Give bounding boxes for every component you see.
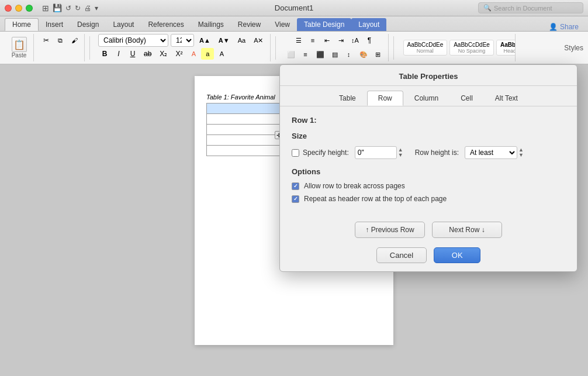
show-paragraph-button[interactable]: ¶ bbox=[363, 34, 376, 47]
paste-button[interactable]: 📋 Paste bbox=[9, 36, 29, 60]
underline-button[interactable]: U bbox=[126, 48, 139, 60]
text-color-button[interactable]: A bbox=[215, 48, 228, 60]
cut-button[interactable]: ✂ bbox=[40, 34, 53, 47]
copy-button[interactable]: ⧉ bbox=[54, 34, 67, 47]
style-no-spacing[interactable]: AaBbCcDdEe No Spacing bbox=[449, 40, 494, 56]
size-row: Specify height: ▲ ▼ Row height is: At le… bbox=[292, 146, 565, 159]
table-cell[interactable] bbox=[207, 114, 283, 125]
at-least-spinner[interactable]: ▲ ▼ bbox=[518, 147, 524, 158]
tab-review[interactable]: Review bbox=[231, 18, 268, 31]
specify-height-checkbox[interactable] bbox=[292, 149, 299, 157]
row-indicator: Row 1: bbox=[292, 116, 565, 125]
increase-font-button[interactable]: A▲ bbox=[196, 34, 213, 47]
font-color-button[interactable]: A bbox=[187, 48, 200, 60]
subscript-button[interactable]: X₂ bbox=[156, 48, 171, 60]
table-cell[interactable] bbox=[207, 104, 283, 114]
bold-button[interactable]: B bbox=[98, 48, 111, 60]
options-section: Options ✓ Allow row to break across page… bbox=[292, 167, 565, 203]
style-heading1[interactable]: AaBbCcDd Heading 1 bbox=[496, 40, 516, 56]
style-normal[interactable]: AaBbCcDdEe Normal bbox=[403, 40, 448, 56]
tab-insert[interactable]: Insert bbox=[39, 18, 70, 31]
dialog-tab-alt-text[interactable]: Alt Text bbox=[484, 91, 529, 106]
superscript-button[interactable]: X² bbox=[172, 48, 186, 60]
allow-row-break-checkbox[interactable]: ✓ bbox=[292, 182, 299, 190]
search-placeholder: Search in Document bbox=[494, 5, 552, 12]
justify-button[interactable]: ▤ bbox=[328, 48, 341, 61]
italic-button[interactable]: I bbox=[112, 48, 125, 60]
repeat-header-checkbox[interactable]: ✓ bbox=[292, 195, 299, 203]
tab-mailings[interactable]: Mailings bbox=[191, 18, 231, 31]
font-group: Calibri (Body) 12 A▲ A▼ Aa A✕ B I U ab X… bbox=[95, 34, 271, 61]
dialog-tab-column[interactable]: Column bbox=[403, 91, 449, 106]
align-right-button[interactable]: ⬛ bbox=[313, 48, 327, 61]
close-button[interactable] bbox=[5, 5, 12, 12]
sort-button[interactable]: ↕A bbox=[348, 34, 362, 47]
height-spinner[interactable]: ▲ ▼ bbox=[398, 147, 403, 158]
dialog-body: Row 1: Size Specify height: ▲ ▼ Row heig… bbox=[280, 106, 577, 217]
row-height-is-label: Row height is: bbox=[415, 149, 459, 157]
share-button[interactable]: 👤 Share bbox=[549, 23, 579, 31]
bullets-button[interactable]: ☰ bbox=[292, 34, 305, 47]
redo-icon[interactable]: ↻ bbox=[75, 4, 81, 12]
minimize-button[interactable] bbox=[15, 5, 22, 12]
option1-label: Allow row to break across pages bbox=[304, 182, 405, 190]
table-cell[interactable] bbox=[207, 125, 283, 135]
table-properties-dialog: Table Properties Table Row Column Cell A… bbox=[279, 64, 577, 272]
strikethrough-button[interactable]: ab bbox=[140, 48, 155, 60]
save-icon[interactable]: 💾 bbox=[53, 4, 62, 12]
tab-table-design[interactable]: Table Design bbox=[297, 18, 351, 31]
navigation-buttons: ↑ Previous Row Next Row ↓ bbox=[280, 217, 577, 243]
tab-view[interactable]: View bbox=[268, 18, 297, 31]
main-area: Table 1: Favorite Animal ✛ bbox=[0, 64, 588, 376]
shading-button[interactable]: 🎨 bbox=[357, 48, 371, 61]
option-row-1: ✓ Allow row to break across pages bbox=[292, 182, 565, 190]
paragraph-group: ☰ ≡ ⇤ ⇥ ↕A ¶ ⬜ ≡ ⬛ ▤ ↕ 🎨 ⊞ bbox=[281, 34, 389, 61]
table-cell[interactable] bbox=[207, 146, 283, 156]
tab-references[interactable]: References bbox=[141, 18, 191, 31]
checkmark-icon-2: ✓ bbox=[293, 196, 298, 202]
styles-group: AaBbCcDdEe Normal AaBbCcDdEe No Spacing … bbox=[399, 34, 516, 61]
window-controls bbox=[5, 5, 33, 12]
font-size-selector[interactable]: 12 bbox=[171, 34, 194, 47]
clear-format-button[interactable]: A✕ bbox=[251, 34, 266, 47]
share-icon: 👤 bbox=[549, 23, 558, 31]
more-icon[interactable]: ▾ bbox=[95, 4, 98, 12]
print-icon[interactable]: 🖨 bbox=[84, 4, 91, 12]
cancel-button[interactable]: Cancel bbox=[376, 247, 427, 263]
search-bar[interactable]: 🔍 Search in Document bbox=[478, 2, 583, 13]
dialog-tab-cell[interactable]: Cell bbox=[449, 91, 484, 106]
height-input[interactable] bbox=[355, 146, 397, 159]
undo-icon[interactable]: ↺ bbox=[65, 4, 71, 12]
table-cell[interactable] bbox=[207, 135, 283, 146]
tab-design[interactable]: Design bbox=[70, 18, 106, 31]
previous-row-button[interactable]: ↑ Previous Row bbox=[355, 222, 425, 238]
align-left-button[interactable]: ⬜ bbox=[284, 48, 298, 61]
increase-indent-button[interactable]: ⇥ bbox=[334, 34, 347, 47]
dialog-title: Table Properties bbox=[280, 65, 577, 86]
line-spacing-button[interactable]: ↕ bbox=[343, 48, 355, 61]
font-selector[interactable]: Calibri (Body) bbox=[98, 34, 168, 47]
maximize-button[interactable] bbox=[26, 5, 33, 12]
numbering-button[interactable]: ≡ bbox=[306, 34, 319, 47]
dialog-actions: Cancel OK bbox=[280, 243, 577, 271]
decrease-indent-button[interactable]: ⇤ bbox=[320, 34, 333, 47]
highlight-button[interactable]: a bbox=[201, 48, 214, 60]
tab-layout[interactable]: Layout bbox=[106, 18, 141, 31]
options-section-label: Options bbox=[292, 167, 565, 176]
clipboard-group: ✂ ⧉ 🖌 bbox=[36, 34, 85, 61]
change-case-button[interactable]: Aa bbox=[235, 34, 248, 47]
tab-table-layout[interactable]: Layout bbox=[351, 18, 386, 31]
next-row-button[interactable]: Next Row ↓ bbox=[432, 222, 502, 238]
sidebar-toggle-icon[interactable]: ⊞ bbox=[42, 4, 49, 13]
row-height-select[interactable]: At least bbox=[465, 146, 517, 159]
tab-home[interactable]: Home bbox=[5, 18, 39, 31]
specify-height-label: Specify height: bbox=[303, 149, 349, 157]
styles-pane-button[interactable]: Styles bbox=[564, 44, 583, 52]
decrease-font-button[interactable]: A▼ bbox=[216, 34, 233, 47]
format-painter-button[interactable]: 🖌 bbox=[68, 34, 81, 47]
borders-button[interactable]: ⊞ bbox=[372, 48, 385, 61]
dialog-tab-table[interactable]: Table bbox=[328, 91, 367, 106]
ok-button[interactable]: OK bbox=[434, 247, 480, 263]
align-center-button[interactable]: ≡ bbox=[299, 48, 312, 61]
dialog-tab-row[interactable]: Row bbox=[367, 91, 403, 106]
